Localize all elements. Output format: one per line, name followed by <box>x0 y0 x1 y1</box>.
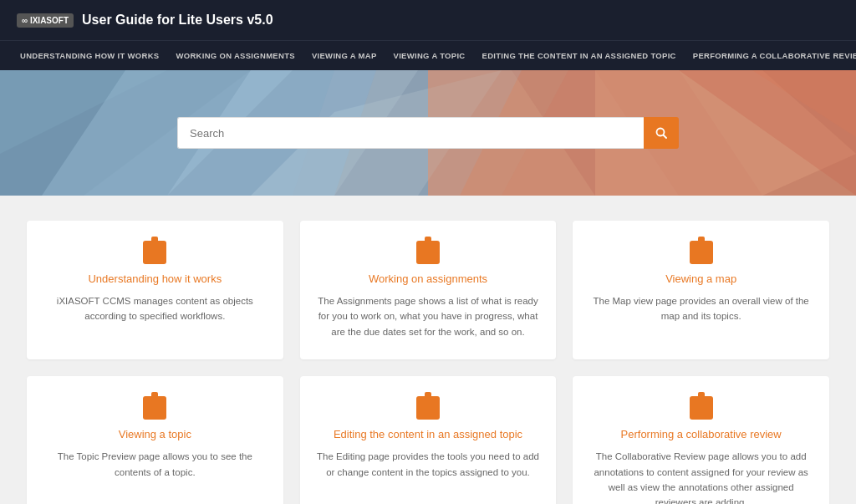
logo-area: ∞ IXIASOFT User Guide for Lite Users v5.… <box>17 13 273 28</box>
card-assignments[interactable]: Working on assignments The Assignments p… <box>300 221 557 359</box>
card-how-it-works[interactable]: Understanding how it works iXIASOFT CCMS… <box>27 221 283 359</box>
nav-bar: UNDERSTANDING HOW IT WORKS WORKING ON AS… <box>0 40 856 70</box>
hero-banner <box>0 70 856 196</box>
card-review[interactable]: Performing a collaborative review The Co… <box>573 376 829 504</box>
top-bar: ∞ IXIASOFT User Guide for Lite Users v5.… <box>0 0 856 40</box>
card-desc-3: The Topic Preview page allows you to see… <box>43 449 267 480</box>
card-title-5: Performing a collaborative review <box>589 428 813 440</box>
card-icon-4 <box>416 396 440 420</box>
logo-icon: ∞ IXIASOFT <box>17 13 74 28</box>
hero-search <box>177 117 679 149</box>
search-icon <box>655 127 667 139</box>
card-title-1: Working on assignments <box>317 272 540 285</box>
search-button[interactable] <box>644 117 679 149</box>
search-input[interactable] <box>177 117 644 149</box>
card-desc-5: The Collaborative Review page allows you… <box>589 449 813 504</box>
nav-item-editing[interactable]: EDITING THE CONTENT IN AN ASSIGNED TOPIC <box>476 41 683 71</box>
nav-item-how-it-works[interactable]: UNDERSTANDING HOW IT WORKS <box>13 41 166 71</box>
card-desc-0: iXIASOFT CCMS manages content as objects… <box>43 293 267 324</box>
nav-item-map[interactable]: VIEWING A MAP <box>305 41 384 71</box>
card-icon-3 <box>143 396 166 420</box>
card-desc-4: The Editing page provides the tools you … <box>317 449 540 480</box>
card-title-0: Understanding how it works <box>43 272 267 285</box>
svg-line-15 <box>664 135 667 139</box>
page-title: User Guide for Lite Users v5.0 <box>82 13 273 28</box>
nav-item-topic[interactable]: VIEWING A TOPIC <box>387 41 472 71</box>
card-title-4: Editing the content in an assigned topic <box>317 428 540 440</box>
card-icon-0 <box>143 241 166 264</box>
main-content: Understanding how it works iXIASOFT CCMS… <box>0 196 856 504</box>
nav-item-assignments[interactable]: WORKING ON ASSIGNMENTS <box>169 41 301 71</box>
card-topic[interactable]: Viewing a topic The Topic Preview page a… <box>27 376 283 504</box>
card-desc-2: The Map view page provides an overall vi… <box>589 293 813 324</box>
card-title-3: Viewing a topic <box>43 428 267 440</box>
card-editing[interactable]: Editing the content in an assigned topic… <box>300 376 557 504</box>
card-icon-5 <box>690 396 713 420</box>
card-desc-1: The Assignments page shows a list of wha… <box>317 293 540 339</box>
cards-grid: Understanding how it works iXIASOFT CCMS… <box>27 221 829 504</box>
nav-item-review[interactable]: PERFORMING A COLLABORATIVE REVIEW <box>686 41 856 71</box>
card-icon-2 <box>690 241 713 264</box>
card-icon-1 <box>416 241 440 264</box>
card-title-2: Viewing a map <box>589 272 813 285</box>
card-map[interactable]: Viewing a map The Map view page provides… <box>573 221 829 359</box>
